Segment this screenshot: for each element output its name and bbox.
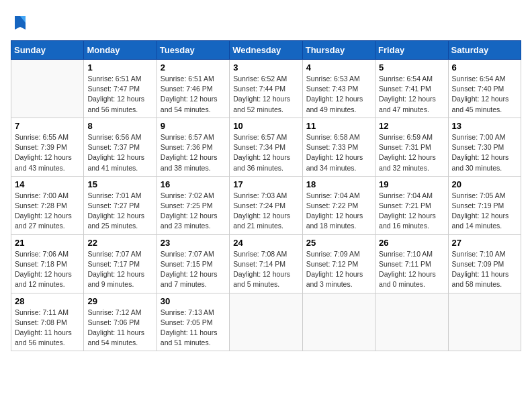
day-info: Sunrise: 6:58 AM Sunset: 7:33 PM Dayligh…: [306, 132, 371, 173]
calendar-cell: 14Sunrise: 7:00 AM Sunset: 7:28 PM Dayli…: [11, 176, 84, 234]
calendar-cell: 28Sunrise: 7:11 AM Sunset: 7:08 PM Dayli…: [11, 293, 84, 351]
day-info: Sunrise: 6:52 AM Sunset: 7:44 PM Dayligh…: [233, 74, 298, 115]
calendar-table: SundayMondayTuesdayWednesdayThursdayFrid…: [11, 40, 521, 351]
header-wednesday: Wednesday: [230, 41, 302, 60]
day-info: Sunrise: 7:02 AM Sunset: 7:25 PM Dayligh…: [161, 191, 226, 232]
calendar-cell: 5Sunrise: 6:54 AM Sunset: 7:41 PM Daylig…: [375, 60, 448, 118]
calendar-week-row: 7Sunrise: 6:55 AM Sunset: 7:39 PM Daylig…: [11, 118, 521, 176]
day-info: Sunrise: 6:53 AM Sunset: 7:43 PM Dayligh…: [306, 74, 371, 115]
day-number: 4: [306, 62, 371, 73]
day-number: 10: [233, 121, 298, 131]
day-number: 1: [87, 62, 152, 73]
calendar-cell: 6Sunrise: 6:54 AM Sunset: 7:40 PM Daylig…: [448, 60, 521, 118]
day-number: 5: [379, 62, 444, 73]
day-info: Sunrise: 6:54 AM Sunset: 7:40 PM Dayligh…: [452, 74, 517, 115]
day-info: Sunrise: 7:09 AM Sunset: 7:12 PM Dayligh…: [306, 249, 371, 290]
calendar-cell: [448, 293, 521, 351]
calendar-cell: [11, 60, 84, 118]
day-info: Sunrise: 7:07 AM Sunset: 7:15 PM Dayligh…: [161, 249, 226, 290]
page-header: [11, 11, 521, 35]
day-info: Sunrise: 7:04 AM Sunset: 7:21 PM Dayligh…: [379, 191, 444, 232]
day-number: 9: [161, 121, 226, 131]
day-number: 30: [161, 296, 226, 306]
header-monday: Monday: [84, 41, 157, 60]
day-number: 8: [87, 121, 152, 131]
calendar-cell: 1Sunrise: 6:51 AM Sunset: 7:47 PM Daylig…: [84, 60, 157, 118]
day-info: Sunrise: 7:03 AM Sunset: 7:24 PM Dayligh…: [233, 191, 298, 232]
day-info: Sunrise: 7:10 AM Sunset: 7:09 PM Dayligh…: [452, 249, 517, 290]
day-number: 14: [15, 179, 80, 189]
day-number: 27: [452, 238, 517, 248]
calendar-week-row: 28Sunrise: 7:11 AM Sunset: 7:08 PM Dayli…: [11, 293, 521, 351]
day-info: Sunrise: 6:57 AM Sunset: 7:34 PM Dayligh…: [233, 132, 298, 173]
day-number: 13: [452, 121, 517, 131]
day-number: 21: [15, 238, 80, 248]
day-info: Sunrise: 6:54 AM Sunset: 7:41 PM Dayligh…: [379, 74, 444, 115]
calendar-cell: 16Sunrise: 7:02 AM Sunset: 7:25 PM Dayli…: [157, 176, 229, 234]
day-info: Sunrise: 7:07 AM Sunset: 7:17 PM Dayligh…: [87, 249, 152, 290]
day-info: Sunrise: 7:04 AM Sunset: 7:22 PM Dayligh…: [306, 191, 371, 232]
calendar-cell: 10Sunrise: 6:57 AM Sunset: 7:34 PM Dayli…: [230, 118, 302, 176]
calendar-week-row: 14Sunrise: 7:00 AM Sunset: 7:28 PM Dayli…: [11, 176, 521, 234]
calendar-cell: 19Sunrise: 7:04 AM Sunset: 7:21 PM Dayli…: [375, 176, 448, 234]
day-number: 11: [306, 121, 371, 131]
day-number: 25: [306, 238, 371, 248]
day-number: 7: [15, 121, 80, 131]
day-info: Sunrise: 6:57 AM Sunset: 7:36 PM Dayligh…: [161, 132, 226, 173]
calendar-header-row: SundayMondayTuesdayWednesdayThursdayFrid…: [11, 41, 521, 60]
calendar-cell: 29Sunrise: 7:12 AM Sunset: 7:06 PM Dayli…: [84, 293, 157, 351]
day-info: Sunrise: 6:55 AM Sunset: 7:39 PM Dayligh…: [15, 132, 80, 173]
calendar-cell: 13Sunrise: 7:00 AM Sunset: 7:30 PM Dayli…: [448, 118, 521, 176]
day-info: Sunrise: 6:51 AM Sunset: 7:46 PM Dayligh…: [161, 74, 226, 115]
calendar-cell: 9Sunrise: 6:57 AM Sunset: 7:36 PM Daylig…: [157, 118, 229, 176]
header-saturday: Saturday: [448, 41, 521, 60]
logo-icon: [12, 13, 28, 32]
day-info: Sunrise: 7:05 AM Sunset: 7:19 PM Dayligh…: [452, 191, 517, 232]
day-number: 17: [233, 179, 298, 189]
calendar-cell: 30Sunrise: 7:13 AM Sunset: 7:05 PM Dayli…: [157, 293, 229, 351]
day-number: 6: [452, 62, 517, 73]
day-number: 2: [161, 62, 226, 73]
header-sunday: Sunday: [11, 41, 84, 60]
day-number: 28: [15, 296, 80, 306]
day-number: 3: [233, 62, 298, 73]
day-info: Sunrise: 7:11 AM Sunset: 7:08 PM Dayligh…: [15, 308, 80, 349]
calendar-week-row: 1Sunrise: 6:51 AM Sunset: 7:47 PM Daylig…: [11, 60, 521, 118]
day-info: Sunrise: 7:12 AM Sunset: 7:06 PM Dayligh…: [87, 308, 152, 349]
day-number: 19: [379, 179, 444, 189]
calendar-week-row: 21Sunrise: 7:06 AM Sunset: 7:18 PM Dayli…: [11, 234, 521, 293]
day-number: 15: [87, 179, 152, 189]
calendar-cell: 15Sunrise: 7:01 AM Sunset: 7:27 PM Dayli…: [84, 176, 157, 234]
calendar-cell: 18Sunrise: 7:04 AM Sunset: 7:22 PM Dayli…: [302, 176, 375, 234]
header-thursday: Thursday: [302, 41, 375, 60]
calendar-cell: [375, 293, 448, 351]
calendar-cell: 7Sunrise: 6:55 AM Sunset: 7:39 PM Daylig…: [11, 118, 84, 176]
day-number: 23: [161, 238, 226, 248]
day-info: Sunrise: 7:06 AM Sunset: 7:18 PM Dayligh…: [15, 249, 80, 290]
header-tuesday: Tuesday: [157, 41, 229, 60]
calendar-cell: 2Sunrise: 6:51 AM Sunset: 7:46 PM Daylig…: [157, 60, 229, 118]
day-number: 20: [452, 179, 517, 189]
logo: [11, 13, 28, 35]
day-info: Sunrise: 7:01 AM Sunset: 7:27 PM Dayligh…: [87, 191, 152, 232]
calendar-cell: 23Sunrise: 7:07 AM Sunset: 7:15 PM Dayli…: [157, 234, 229, 293]
day-info: Sunrise: 6:59 AM Sunset: 7:31 PM Dayligh…: [379, 132, 444, 173]
calendar-cell: 20Sunrise: 7:05 AM Sunset: 7:19 PM Dayli…: [448, 176, 521, 234]
day-number: 24: [233, 238, 298, 248]
day-info: Sunrise: 6:51 AM Sunset: 7:47 PM Dayligh…: [87, 74, 152, 115]
calendar-cell: 26Sunrise: 7:10 AM Sunset: 7:11 PM Dayli…: [375, 234, 448, 293]
day-number: 16: [161, 179, 226, 189]
day-number: 18: [306, 179, 371, 189]
calendar-cell: 17Sunrise: 7:03 AM Sunset: 7:24 PM Dayli…: [230, 176, 302, 234]
calendar-cell: 24Sunrise: 7:08 AM Sunset: 7:14 PM Dayli…: [230, 234, 302, 293]
day-info: Sunrise: 7:08 AM Sunset: 7:14 PM Dayligh…: [233, 249, 298, 290]
calendar-cell: [230, 293, 302, 351]
calendar-cell: [302, 293, 375, 351]
calendar-cell: 22Sunrise: 7:07 AM Sunset: 7:17 PM Dayli…: [84, 234, 157, 293]
day-number: 22: [87, 238, 152, 248]
header-friday: Friday: [375, 41, 448, 60]
day-number: 12: [379, 121, 444, 131]
calendar-cell: 11Sunrise: 6:58 AM Sunset: 7:33 PM Dayli…: [302, 118, 375, 176]
calendar-cell: 4Sunrise: 6:53 AM Sunset: 7:43 PM Daylig…: [302, 60, 375, 118]
day-info: Sunrise: 7:00 AM Sunset: 7:30 PM Dayligh…: [452, 132, 517, 173]
